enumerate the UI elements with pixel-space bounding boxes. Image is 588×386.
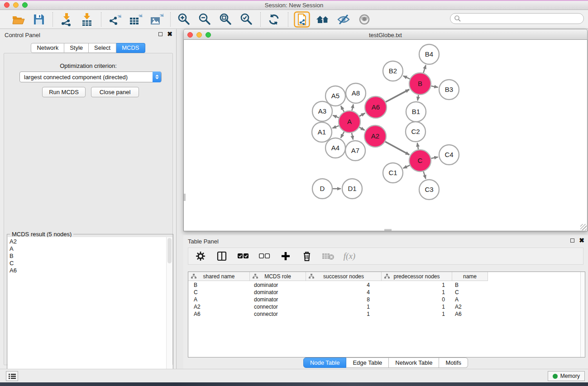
import-network-icon[interactable] <box>58 12 75 27</box>
edge-A2-C[interactable] <box>385 142 409 155</box>
network-window-title: testGlobe.txt <box>184 32 587 38</box>
edge-A-A8[interactable] <box>352 104 353 110</box>
control-panel-tabs: Network Style Select MCDS <box>0 43 176 53</box>
edge-A-A7[interactable] <box>352 133 353 139</box>
new-network-from-selection-icon[interactable] <box>294 12 310 27</box>
edge-B-B4[interactable] <box>423 65 425 73</box>
mcds-result-item[interactable]: A6 <box>10 267 167 274</box>
save-session-icon[interactable] <box>31 12 47 27</box>
delete-table-icon[interactable] <box>321 249 335 263</box>
node-table[interactable]: shared nameMCDS rolesuccessor nodesprede… <box>188 272 585 357</box>
mcds-result-list[interactable]: A2ABCA6 <box>8 237 167 386</box>
mcds-result-item[interactable]: B <box>10 253 167 260</box>
column-header-predecessor-nodes[interactable]: predecessor nodes <box>382 272 452 281</box>
table-row[interactable]: Bdominator41B <box>188 281 585 289</box>
network-canvas[interactable]: B4B2BB3A5A8A6A3B1AC2A1A2A4A7C4CC1C3DD1 <box>183 40 588 231</box>
column-icon[interactable] <box>215 249 229 263</box>
memory-button[interactable]: Memory <box>548 371 585 381</box>
table-row[interactable]: Cdominator41C <box>188 289 585 296</box>
application-window: Session: New Session <box>0 0 588 386</box>
node-label-A5: A5 <box>331 92 339 100</box>
tab-network[interactable]: Network <box>31 43 64 53</box>
add-icon[interactable] <box>279 249 292 263</box>
edge-A-A3[interactable] <box>333 115 339 118</box>
edge-C-C4[interactable] <box>431 157 438 158</box>
refresh-icon[interactable] <box>266 12 282 27</box>
tab-node-table[interactable]: Node Table <box>303 357 347 368</box>
column-header-name[interactable]: name <box>452 272 488 281</box>
network-window-titlebar[interactable]: testGlobe.txt <box>183 29 588 40</box>
delete-icon[interactable] <box>300 249 314 263</box>
mcds-result-item[interactable]: C <box>10 260 167 267</box>
control-panel: Control Panel ✖ Network Style Select MCD… <box>0 29 177 369</box>
edge-A6-B[interactable] <box>386 90 409 102</box>
column-header-successor-nodes[interactable]: successor nodes <box>306 272 382 281</box>
table-cell: 1 <box>382 289 452 295</box>
edge-C-C3[interactable] <box>423 172 425 179</box>
first-neighbors-icon[interactable] <box>315 12 331 27</box>
criterion-select[interactable]: largest connected component (directed) <box>19 71 162 82</box>
table-row[interactable]: A6connector11A6 <box>188 310 585 318</box>
close-panel-button[interactable]: Close panel <box>91 87 139 97</box>
close-panel-icon[interactable]: ✖ <box>167 32 172 36</box>
mcds-result-title: MCDS result (5 nodes) <box>10 231 73 238</box>
float-panel-icon[interactable] <box>570 238 574 243</box>
network-view-window: testGlobe.txt B4B2BB3A5A8A6A3B1AC2A1A2A4… <box>183 29 588 231</box>
edge-B-B1[interactable] <box>418 95 419 101</box>
edge-A-A1[interactable] <box>332 126 339 128</box>
canvas-scroll-nub-bottom[interactable] <box>384 229 392 231</box>
zoom-out-icon[interactable] <box>197 12 213 27</box>
show-all-icon[interactable] <box>356 12 373 27</box>
node-label-D: D <box>320 185 325 192</box>
select-all-icon[interactable] <box>236 249 250 263</box>
edge-C-C2[interactable] <box>417 143 418 150</box>
tab-network-table[interactable]: Network Table <box>389 357 439 368</box>
criterion-selected-value: largest connected component (directed) <box>24 74 128 81</box>
import-table-icon[interactable] <box>79 12 96 27</box>
edge-A-A4[interactable] <box>341 132 344 138</box>
tab-mcds[interactable]: MCDS <box>116 43 145 53</box>
edge-B-B3[interactable] <box>431 86 438 87</box>
chevron-up-down-icon <box>153 71 161 82</box>
column-header-MCDS-role[interactable]: MCDS role <box>250 272 306 281</box>
tab-edge-table[interactable]: Edge Table <box>346 357 389 368</box>
edge-A-A6[interactable] <box>359 113 365 116</box>
zoom-fit-icon[interactable] <box>218 12 234 27</box>
search-input[interactable] <box>450 13 584 24</box>
float-panel-icon[interactable] <box>158 32 163 36</box>
table-panel: Table Panel ✖ <box>183 235 588 369</box>
task-history-button[interactable] <box>6 371 18 381</box>
export-image-icon[interactable] <box>148 12 165 27</box>
export-network-icon[interactable] <box>107 12 123 27</box>
table-row[interactable]: A2connector11A2 <box>188 303 585 310</box>
table-scrollbar[interactable] <box>580 272 585 357</box>
tab-motifs[interactable]: Motifs <box>439 357 468 368</box>
zoom-in-icon[interactable] <box>176 12 192 27</box>
edge-A-A2[interactable] <box>359 127 365 130</box>
hide-selected-icon[interactable] <box>335 12 352 27</box>
mcds-result-item[interactable]: A2 <box>10 238 167 245</box>
mcds-result-item[interactable]: A <box>10 245 167 253</box>
close-panel-icon[interactable]: ✖ <box>579 238 584 243</box>
canvas-scroll-nub-left[interactable] <box>184 194 186 201</box>
open-session-icon[interactable] <box>10 12 26 27</box>
tab-style[interactable]: Style <box>64 43 89 53</box>
table-cell: 1 <box>382 311 452 317</box>
column-header-shared-name[interactable]: shared name <box>188 272 250 281</box>
run-mcds-button[interactable]: Run MCDS <box>42 87 86 97</box>
table-cell: 1 <box>306 304 382 310</box>
table-cell: dominator <box>250 296 306 303</box>
result-scrollbar[interactable] <box>166 237 172 386</box>
deselect-all-icon[interactable] <box>258 249 271 263</box>
tab-select[interactable]: Select <box>89 43 116 53</box>
export-table-icon[interactable] <box>128 12 144 27</box>
resize-grip-icon[interactable] <box>580 224 587 230</box>
function-builder-icon[interactable]: f(x) <box>343 249 356 263</box>
edge-B-B2[interactable] <box>403 76 410 79</box>
table-cell: A6 <box>452 311 488 317</box>
table-row[interactable]: Adominator80A <box>188 296 585 303</box>
edge-A-A5[interactable] <box>341 106 344 112</box>
gear-icon[interactable] <box>194 249 207 263</box>
zoom-selected-icon[interactable] <box>239 12 255 27</box>
edge-C-C1[interactable] <box>403 165 410 168</box>
